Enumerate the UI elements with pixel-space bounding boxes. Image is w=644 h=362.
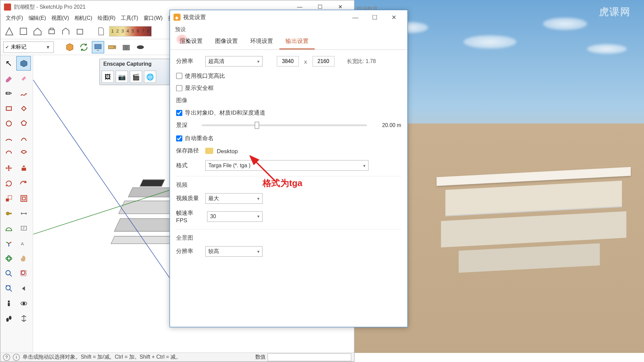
box-tool[interactable] [16, 56, 31, 70]
dialog-close-button[interactable]: ✕ [384, 11, 404, 24]
dof-slider[interactable] [202, 124, 367, 126]
arc2-tool[interactable] [16, 131, 31, 145]
walk-tool[interactable] [1, 311, 16, 325]
refresh-icon[interactable] [78, 41, 90, 53]
orbit-tool[interactable] [1, 251, 16, 265]
shadow-time-strip[interactable]: 12345678 [109, 26, 152, 37]
box-icon[interactable] [74, 25, 86, 37]
menu-camera[interactable]: 相机(C) [72, 14, 95, 23]
dimension-tool[interactable] [16, 206, 31, 221]
eraser-tool[interactable] [1, 71, 16, 85]
save-path-value: Desktop [217, 147, 238, 154]
show-safeframe-checkbox[interactable]: 显示安全框 [176, 84, 401, 92]
tool-palette: ↖ ✏ A [0, 55, 33, 353]
position-camera-tool[interactable] [1, 296, 16, 310]
dialog-maximize-button[interactable]: ☐ [365, 11, 384, 24]
pano-resolution-select[interactable]: 较高 [205, 246, 263, 257]
svg-point-25 [8, 300, 10, 302]
look-around-tool[interactable] [16, 296, 31, 310]
pie-tool[interactable] [16, 146, 31, 161]
zoom-window-tool[interactable] [16, 266, 31, 281]
pushpull-tool[interactable] [16, 161, 31, 175]
menu-window[interactable]: 窗口(W) [141, 14, 165, 23]
width-input[interactable] [277, 56, 299, 67]
tag-select[interactable]: 未标记 ▾ [3, 41, 54, 53]
monitor-icon[interactable] [92, 41, 104, 53]
tab-output[interactable]: 输出设置 [279, 34, 315, 49]
menu-tools[interactable]: 工具(T) [118, 14, 141, 23]
print-icon[interactable] [46, 25, 58, 37]
arc3-tool[interactable] [1, 146, 16, 161]
rotated-rect-tool[interactable] [16, 101, 31, 115]
video-quality-select[interactable]: 最大 [205, 193, 263, 204]
polygon-tool[interactable] [16, 116, 31, 130]
fps-select[interactable]: 30 [207, 211, 263, 222]
tab-image[interactable]: 图像设置 [209, 34, 244, 49]
fps-label: 帧速率FPS [176, 209, 204, 224]
x-separator: x [304, 58, 307, 65]
rotate-tool[interactable] [1, 176, 16, 190]
eraser2-tool[interactable] [16, 71, 31, 85]
move-tool[interactable] [1, 161, 16, 175]
format-select[interactable]: Targa File (*. tga ) [205, 160, 369, 171]
dialog-title-bar[interactable]: ◆ 视觉设置 — ☐ ✕ [170, 10, 408, 24]
photo-icon[interactable] [120, 41, 132, 53]
protractor-tool[interactable] [1, 221, 16, 235]
svg-line-31 [33, 190, 170, 234]
3dtext-tool[interactable]: A [16, 236, 31, 250]
use-viewport-checkbox[interactable]: 使用视口宽高比 [176, 72, 401, 80]
zoom-extents-tool[interactable] [1, 281, 16, 295]
freehand-tool[interactable] [16, 86, 31, 101]
status-bar: ? i 单击或拖动以选择对象。Shift = 加/减。Ctrl = 加。Shif… [0, 352, 354, 361]
settings-tabs: 渲染设置↖ 图像设置 环境设置 输出设置 [170, 34, 408, 50]
divider [176, 229, 401, 229]
auto-rename-checkbox[interactable]: 自动重命名 [176, 134, 401, 142]
svg-point-29 [9, 316, 11, 320]
scale-tool[interactable] [1, 191, 16, 205]
house-icon[interactable] [31, 25, 44, 37]
disk-icon[interactable] [134, 41, 147, 53]
slider-thumb[interactable] [255, 122, 259, 129]
menu-view[interactable]: 视图(V) [49, 14, 71, 23]
camera-icon[interactable] [106, 41, 118, 53]
svg-rect-4 [108, 45, 114, 49]
pencil-tool[interactable]: ✏ [1, 86, 16, 101]
arc-tool[interactable] [1, 131, 16, 145]
zoom-tool[interactable] [1, 266, 16, 281]
dialog-minimize-button[interactable]: — [345, 11, 365, 24]
menu-draw[interactable]: 绘图(R) [95, 14, 118, 23]
tape-tool[interactable] [1, 206, 16, 221]
tab-environment[interactable]: 环境设置 [244, 34, 279, 49]
visual-settings-dialog[interactable]: ◆ 视觉设置 — ☐ ✕ 预设 渲染设置↖ 图像设置 环境设置 输出设置 分辨率… [169, 10, 408, 327]
house2-icon[interactable] [60, 25, 72, 37]
circle-tool[interactable] [1, 116, 16, 130]
offset-tool[interactable] [16, 191, 31, 205]
followme-tool[interactable] [16, 176, 31, 190]
component-icon[interactable] [64, 41, 76, 53]
svg-text:A: A [21, 241, 24, 246]
value-input[interactable] [267, 353, 351, 361]
height-input[interactable] [312, 56, 334, 67]
resolution-label: 分辨率 [176, 57, 202, 65]
new-file-icon[interactable] [3, 25, 15, 37]
rect-tool[interactable] [1, 101, 16, 115]
select-tool[interactable]: ↖ [1, 56, 16, 70]
menu-file[interactable]: 文件(F) [3, 14, 26, 23]
page-icon[interactable] [95, 25, 107, 37]
help-icon[interactable]: i [13, 354, 20, 361]
folder-icon[interactable] [205, 148, 213, 154]
menu-edit[interactable]: 编辑(E) [26, 14, 49, 23]
resolution-preset-select[interactable]: 超高清 [205, 56, 263, 67]
text-tool[interactable] [16, 221, 31, 235]
previous-tool[interactable] [16, 281, 31, 295]
svg-point-22 [21, 271, 25, 275]
section-tool[interactable] [16, 311, 31, 325]
svg-rect-17 [21, 226, 26, 230]
open-icon[interactable] [17, 25, 30, 37]
export-ids-checkbox[interactable]: 导出对象ID、材质ID和深度通道 [176, 109, 401, 117]
pan-tool[interactable] [16, 251, 31, 265]
svg-point-21 [6, 270, 10, 275]
info-icon[interactable]: ? [3, 354, 10, 361]
tab-render[interactable]: 渲染设置↖ [173, 34, 209, 49]
axes-tool[interactable] [1, 236, 16, 250]
